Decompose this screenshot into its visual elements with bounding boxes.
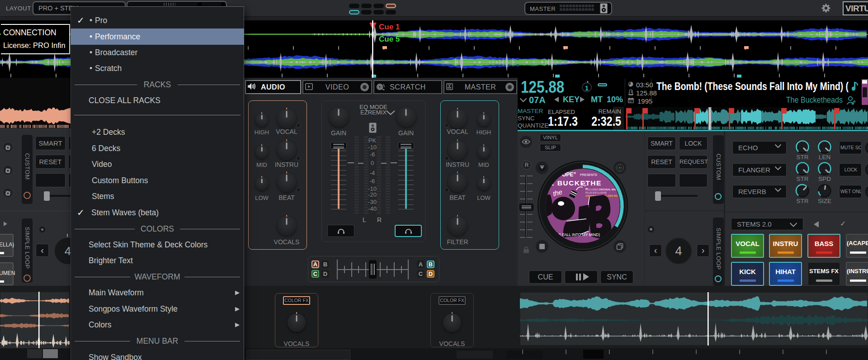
svg-text:Cue 1: Cue 1 — [379, 23, 400, 31]
svg-text:Cue 5: Cue 5 — [379, 35, 400, 43]
